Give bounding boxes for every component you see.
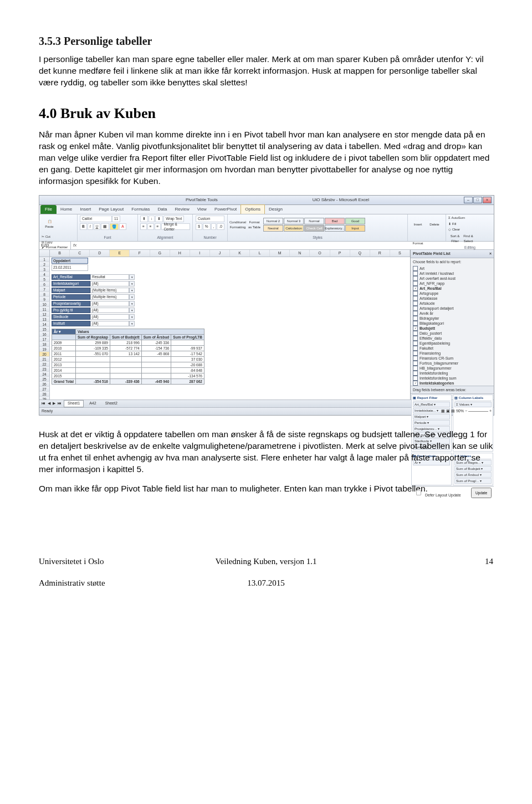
pivot-field-list[interactable]: PivotTable Field List × Choose fields to… bbox=[410, 250, 494, 400]
align-center[interactable]: ≡ bbox=[147, 223, 154, 230]
underline-button[interactable]: U bbox=[94, 223, 101, 230]
checkbox-icon[interactable] bbox=[413, 371, 418, 376]
worksheet-grid[interactable]: B C D E F G H I J K L M N O P Q R bbox=[39, 250, 410, 400]
checkbox-icon[interactable] bbox=[413, 351, 418, 356]
col-header[interactable]: Q bbox=[350, 250, 370, 257]
field-list-item[interactable]: Effektiv_dato bbox=[413, 336, 492, 341]
checkbox-icon[interactable] bbox=[413, 366, 418, 371]
field-list-item[interactable]: Fortros_bilagsnummer bbox=[413, 361, 492, 366]
col-header[interactable]: M bbox=[270, 250, 290, 257]
tab-review[interactable]: Review bbox=[171, 205, 193, 214]
style-good[interactable]: Good bbox=[345, 218, 365, 224]
zoom-level[interactable]: 90% bbox=[456, 409, 464, 413]
pivot-filter-value[interactable]: (All) bbox=[90, 321, 129, 326]
area-item[interactable]: Σ Values ▾ bbox=[454, 402, 492, 407]
field-list-item[interactable]: Egentilpasbeleing bbox=[413, 341, 492, 346]
tab-page-layout[interactable]: Page Layout bbox=[95, 205, 127, 214]
conditional-formatting[interactable]: Conditional Formatting bbox=[230, 216, 245, 234]
pivot-filter-value[interactable]: (All) bbox=[90, 308, 129, 313]
style-normal[interactable]: Normal bbox=[304, 218, 324, 224]
pivot-filter-value[interactable]: (All) bbox=[90, 314, 129, 320]
checkbox-icon[interactable] bbox=[413, 306, 418, 311]
checkbox-icon[interactable] bbox=[413, 296, 418, 301]
dropdown-icon[interactable]: ▾ bbox=[129, 308, 135, 313]
pivot-table[interactable]: År ▾ Values Sum of Regnskap Sum of Budsj… bbox=[52, 329, 204, 385]
minimize-icon[interactable]: – bbox=[464, 197, 473, 203]
align-left[interactable]: ≡ bbox=[140, 223, 147, 230]
pivot-filter-value[interactable]: (Multiple Items) bbox=[90, 294, 129, 300]
checkbox-icon[interactable] bbox=[413, 291, 418, 296]
checkbox-icon[interactable] bbox=[413, 276, 418, 281]
col-header[interactable]: E bbox=[110, 250, 130, 257]
autosum-button[interactable]: Σ AutoSum bbox=[448, 216, 465, 221]
nav-last-icon[interactable]: ⏭ bbox=[58, 401, 62, 406]
checkbox-icon[interactable] bbox=[413, 346, 418, 351]
checkbox-icon[interactable] bbox=[413, 321, 418, 326]
checkbox-icon[interactable] bbox=[413, 376, 418, 381]
field-list-item[interactable]: Art bbox=[413, 266, 492, 271]
col-header[interactable]: B bbox=[50, 250, 70, 257]
inc-dec-icon[interactable]: .0 bbox=[217, 223, 224, 230]
field-list-item[interactable]: Art_NFR_rapp bbox=[413, 281, 492, 286]
font-color-button[interactable]: A bbox=[119, 223, 126, 230]
field-list-item[interactable]: Art overført avst-kost bbox=[413, 276, 492, 281]
comma-icon[interactable]: , bbox=[211, 223, 217, 230]
tab-insert[interactable]: Insert bbox=[76, 205, 95, 214]
col-header[interactable]: J bbox=[210, 250, 230, 257]
field-list-item[interactable]: Artsklasse bbox=[413, 296, 492, 301]
area-item[interactable]: Sum of Prog/... ▾ bbox=[454, 478, 492, 484]
checkbox-icon[interactable]: ✓ bbox=[413, 326, 418, 331]
tab-options[interactable]: Options bbox=[241, 204, 265, 214]
zoom-out-icon[interactable]: − bbox=[465, 409, 467, 413]
style-normal2[interactable]: Normal 2 bbox=[263, 218, 283, 224]
checkbox-icon[interactable] bbox=[413, 336, 418, 341]
area-item[interactable]: Art_Res/Bal ▾ bbox=[413, 402, 450, 407]
fill-color-button[interactable]: 🪣 bbox=[110, 223, 119, 230]
field-list-item[interactable]: Art inntekt / kostnad bbox=[413, 271, 492, 276]
sheet-tab[interactable]: Sheet2 bbox=[102, 401, 121, 406]
italic-button[interactable]: I bbox=[88, 223, 93, 230]
dropdown-icon[interactable]: ▾ bbox=[129, 314, 135, 320]
clear-button[interactable]: ◇ Clear bbox=[448, 227, 460, 232]
col-header[interactable]: O bbox=[310, 250, 330, 257]
tab-view[interactable]: View bbox=[193, 205, 211, 214]
field-list-item[interactable]: Finansiering bbox=[413, 351, 492, 356]
border-button[interactable]: ▦ bbox=[101, 223, 109, 230]
paste-button[interactable]: 📋Paste bbox=[42, 216, 57, 233]
col-header[interactable]: P bbox=[330, 250, 350, 257]
col-header[interactable]: H bbox=[170, 250, 190, 257]
checkbox-icon[interactable] bbox=[413, 266, 418, 271]
align-mid[interactable]: ↕ bbox=[149, 216, 155, 222]
close-icon[interactable]: × bbox=[483, 197, 492, 203]
delete-cells[interactable]: Delete bbox=[427, 216, 442, 233]
style-neutral[interactable]: Neutral bbox=[263, 225, 283, 232]
align-top[interactable]: ⬆ bbox=[140, 216, 148, 222]
field-list-item[interactable]: Fakultet bbox=[413, 346, 492, 351]
pivot-row-label[interactable]: År ▾ bbox=[52, 329, 76, 334]
font-name[interactable]: Calibri bbox=[80, 216, 112, 222]
dropdown-icon[interactable]: ▾ bbox=[129, 294, 135, 300]
align-bot[interactable]: ⬇ bbox=[155, 216, 163, 222]
tab-design[interactable]: Design bbox=[265, 205, 287, 214]
number-format[interactable]: Custom bbox=[196, 216, 224, 222]
dropdown-icon[interactable]: ▾ bbox=[129, 288, 135, 293]
merge-center[interactable]: Merge & Center bbox=[161, 223, 190, 230]
area-item[interactable]: Sum of Budsjett ▾ bbox=[454, 466, 492, 472]
checkbox-icon[interactable] bbox=[413, 316, 418, 321]
col-header[interactable]: S bbox=[390, 250, 410, 257]
style-input[interactable]: Input bbox=[345, 225, 365, 232]
col-header[interactable]: I bbox=[190, 250, 210, 257]
checkbox-icon[interactable] bbox=[413, 361, 418, 366]
checkbox-icon[interactable] bbox=[413, 271, 418, 276]
col-header[interactable]: K bbox=[230, 250, 250, 257]
checkbox-icon[interactable] bbox=[413, 341, 418, 346]
view-break-icon[interactable]: ▤ bbox=[451, 409, 455, 413]
field-list-close-icon[interactable]: × bbox=[489, 251, 492, 257]
pivot-filter-value[interactable]: Resultat bbox=[90, 274, 129, 280]
dropdown-icon[interactable]: ▾ bbox=[129, 301, 135, 306]
maximize-icon[interactable]: □ bbox=[473, 197, 482, 203]
checkbox-icon[interactable] bbox=[413, 356, 418, 361]
dropdown-icon[interactable]: ▾ bbox=[129, 274, 135, 280]
col-header[interactable]: G bbox=[150, 250, 170, 257]
area-item[interactable]: Periode ▾ bbox=[413, 420, 450, 426]
